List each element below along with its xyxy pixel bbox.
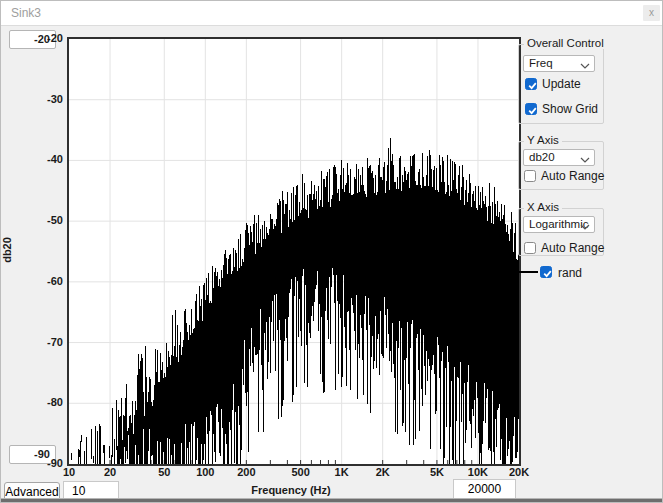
chevron-down-icon (580, 154, 590, 162)
check-icon (542, 268, 553, 279)
x-tick-label: 5K (419, 466, 455, 478)
y-max-field[interactable]: -20 (9, 30, 56, 49)
check-icon (527, 80, 538, 91)
y-auto-range-row: Auto Range (524, 169, 604, 183)
x-tick-label: 100 (187, 466, 223, 478)
y-tick-label: -30 (29, 93, 63, 105)
x-tick-label: 20 (92, 466, 128, 478)
update-checkbox[interactable] (525, 78, 537, 90)
close-button[interactable]: x (643, 5, 660, 21)
chevron-down-icon (580, 60, 590, 68)
x-tick-label: 500 (283, 466, 319, 478)
window-title: Sink3 (11, 1, 41, 26)
update-checkbox-row: Update (525, 77, 581, 91)
x-axis-title: Frequency (Hz) (231, 484, 351, 496)
show-grid-checkbox-row: Show Grid (525, 102, 598, 116)
y-tick-label: -70 (29, 336, 63, 348)
y-min-field[interactable]: -90 (9, 445, 56, 464)
x-axis-minor-ticks (110, 460, 472, 464)
spectrum-trace (72, 138, 519, 464)
x-axis-group-title: X Axis (524, 201, 562, 213)
y-axis-group-title: Y Axis (524, 134, 562, 146)
y-tick-label: -60 (29, 275, 63, 287)
show-grid-checkbox[interactable] (525, 103, 537, 115)
x-auto-range-label: Auto Range (541, 241, 604, 255)
y-axis-dropdown-value: db20 (529, 151, 555, 163)
close-icon: x (649, 7, 654, 18)
app-window: Sink3 x -20 -90 db20 Frequency (Hz) 1020… (0, 0, 663, 503)
overall-control-dropdown[interactable]: Freq (523, 55, 595, 72)
window-bottom-edge (1, 498, 662, 502)
x-tick-label: 200 (228, 466, 264, 478)
y-tick-label: -80 (29, 396, 63, 408)
x-tick-label: 20K (501, 466, 537, 478)
show-grid-label: Show Grid (542, 102, 598, 116)
x-tick-label: 10K (460, 466, 496, 478)
x-tick-label: 1K (324, 466, 360, 478)
update-label: Update (542, 77, 581, 91)
chevron-down-icon (580, 221, 590, 229)
title-bar: Sink3 x (1, 1, 662, 26)
legend-checkbox-row (540, 266, 552, 278)
x-auto-range-row: Auto Range (524, 241, 604, 255)
y-tick-label: -50 (29, 214, 63, 226)
legend-rand-label: rand (558, 266, 582, 280)
y-tick-label: -40 (29, 153, 63, 165)
check-icon (527, 105, 538, 116)
legend-line-swatch (515, 271, 538, 273)
y-axis-dropdown[interactable]: db20 (523, 149, 595, 166)
x-max-input[interactable] (453, 479, 516, 499)
x-axis-dropdown[interactable]: Logarithmic (523, 216, 595, 233)
x-auto-range-checkbox[interactable] (524, 242, 536, 254)
x-tick-label: 10 (51, 466, 87, 478)
y-axis-title: db20 (1, 237, 13, 263)
x-tick-label: 50 (146, 466, 182, 478)
x-tick-label: 2K (365, 466, 401, 478)
spectrum-plot[interactable] (69, 39, 519, 464)
plot-area[interactable] (67, 37, 521, 466)
overall-control-title: Overall Control (524, 37, 607, 49)
y-auto-range-label: Auto Range (541, 169, 604, 183)
legend-rand-checkbox[interactable] (540, 266, 552, 278)
y-auto-range-checkbox[interactable] (524, 170, 536, 182)
overall-control-dropdown-value: Freq (529, 57, 553, 69)
